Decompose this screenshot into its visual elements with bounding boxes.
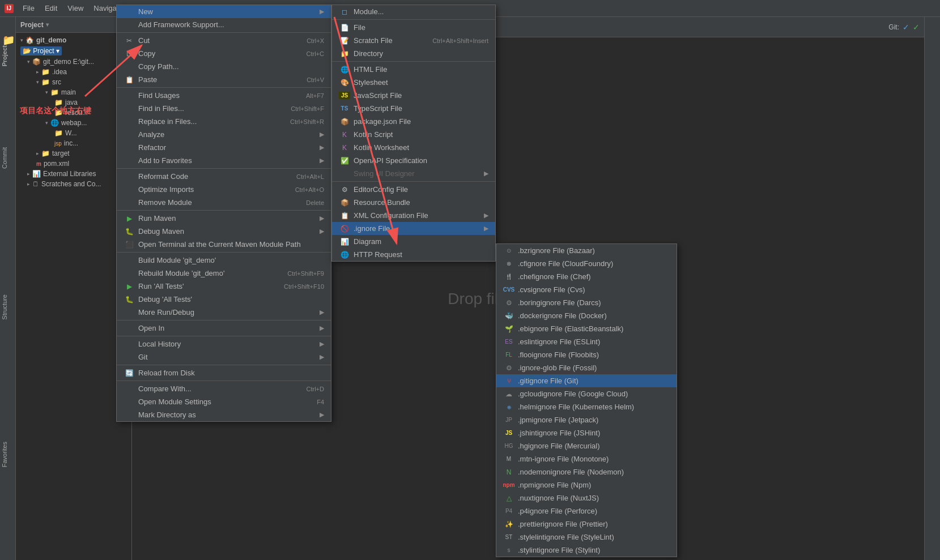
folder-icon: 📁 [54,129,63,137]
tree-item-idea[interactable]: ▸ 📁 .idea [16,67,131,77]
tree-item-java[interactable]: 📁 java [16,97,131,108]
tree-item-target[interactable]: ▸ 📁 target [16,148,131,159]
menu-view[interactable]: View [63,3,88,14]
tree-item-git-demo[interactable]: ▾ 📦 git_demo E:\git... [16,57,131,67]
tree-item-src[interactable]: ▾ 📁 src [16,77,131,87]
menu-git[interactable]: Git [308,3,327,14]
tree-arrow: ▸ [27,171,30,177]
tree-arrow: ▾ [36,79,39,85]
git-check1[interactable]: ✓ [903,23,909,32]
structure-vertical-label[interactable]: Structure [1,294,8,320]
folder-icon: 📁 [54,99,63,106]
folder-icon: 🏠 [25,36,34,44]
title-bar: IJ File Edit View Navigate Code Analyze … [0,0,940,17]
run-icon[interactable]: ▶ [216,23,222,31]
menu-analyze[interactable]: Analyze [156,3,192,14]
left-icon-sidebar: Project 📁 Commit Structure Favorites [0,17,16,560]
project-icon[interactable]: 📁 [2,34,15,46]
menu-window[interactable]: Window [328,3,363,14]
toolbar-separator [212,22,213,33]
menu-file[interactable]: File [18,3,39,14]
project-tree: ▾ 🏠 git_demo 📂 Project ▾ ▾ 📦 git_demo E:… [16,33,131,191]
tree-item-webapp[interactable]: ▾ 🌐 webap... [16,118,131,128]
menu-help[interactable]: Help [364,3,389,14]
tree-arrow: ▸ [36,69,39,75]
tree-item-project[interactable]: 📂 Project ▾ [16,45,131,57]
menu-navigate[interactable]: Navigate [89,3,127,14]
drop-zone-text: Drop files here to open [448,290,608,308]
folder-icon: 📁 [54,109,63,117]
tree-item-ext-libs[interactable]: ▸ 📊 External Libraries [16,169,131,179]
tree-item-scratches[interactable]: ▸ 🗒 Scratches and Co... [16,179,131,189]
menu-code[interactable]: Code [129,3,155,14]
add-config-button[interactable]: Add Configuration... [137,21,209,33]
tree-arrow: ▾ [45,120,48,126]
folder-icon: 📊 [32,170,41,178]
folder-icon: 📁 [50,88,59,96]
project-panel-header: Project ▾ [16,17,131,33]
menu-refactor[interactable]: Refactor [193,3,229,14]
tree-label: git_demo [36,36,66,44]
folder-icon: 🗒 [32,180,39,188]
main-layout: Project 📁 Commit Structure Favorites Pro… [0,17,940,560]
project-vertical-label[interactable]: Project [1,45,8,66]
content-area: Drop files here to open [132,37,924,560]
file-icon: jsp [54,140,62,147]
debug-icon[interactable]: 🐛 [226,23,235,31]
git-check2[interactable]: ✓ [913,23,920,32]
main-toolbar: Add Configuration... ▶ 🐛 ☂ ⚡ ▾ Git: ✓ ✓ [132,17,924,37]
tree-arrow: ▾ [27,59,30,65]
tree-item-git-demo-root[interactable]: ▾ 🏠 git_demo [16,35,131,45]
project-panel: Project ▾ ▾ 🏠 git_demo 📂 Project ▾ ▾ 📦 g… [16,17,132,560]
menu-edit[interactable]: Edit [40,3,62,14]
coverage-icon[interactable]: ☂ [238,23,245,31]
tree-item-pom[interactable]: m pom.xml [16,159,131,169]
file-icon: m [36,161,41,167]
folder-icon: 📁 [41,78,50,86]
tree-arrow: ▸ [36,151,39,156]
menu-build[interactable]: Build [231,3,256,14]
module-icon: 📦 [32,58,41,66]
tree-item-resou[interactable]: 📁 resou... [16,108,131,118]
git-label: Git: [888,23,899,31]
app-logo: IJ [5,4,14,13]
folder-icon: 🌐 [50,119,59,127]
tree-arrow: ▾ [45,89,48,95]
folder-icon: 📁 [41,149,50,157]
dropdown-icon[interactable]: ▾ [261,23,265,31]
tree-arrow: ▸ [27,181,30,187]
folder-icon: 📁 [41,68,50,76]
menu-run[interactable]: Run [257,3,280,14]
tree-arrow: ▾ [20,37,23,43]
commit-vertical-label[interactable]: Commit [1,147,8,169]
tree-item-inc[interactable]: jsp inc... [16,138,131,148]
right-icon-sidebar [924,17,940,560]
favorites-vertical-label[interactable]: Favorites [1,442,8,467]
profiler-icon[interactable]: ⚡ [248,23,257,31]
menu-bar[interactable]: File Edit View Navigate Code Analyze Ref… [18,3,389,14]
tree-item-main[interactable]: ▾ 📁 main [16,87,131,97]
tree-item-w[interactable]: 📁 W... [16,128,131,138]
menu-tools[interactable]: Tools [281,3,307,14]
